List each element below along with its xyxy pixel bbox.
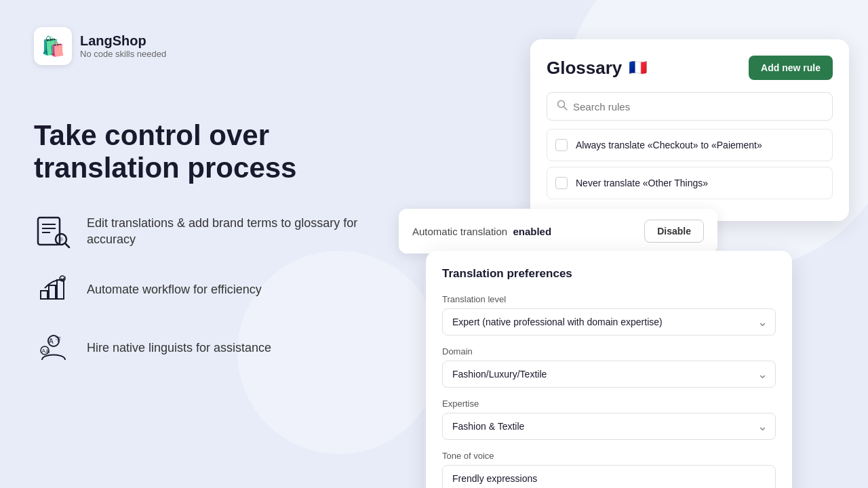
feature-item-glossary: Edit translations & add brand terms to g… bbox=[34, 212, 359, 251]
search-icon bbox=[557, 100, 568, 113]
expertise-select-wrapper[interactable]: Fashion & Textile Luxury Other ⌄ bbox=[442, 413, 776, 440]
auto-translation-label: Automatic translation bbox=[412, 226, 507, 237]
svg-text:字: 字 bbox=[56, 336, 61, 342]
left-panel: 🛍️ LangShop No code skills needed Take c… bbox=[0, 0, 393, 488]
pref-label-domain: Domain bbox=[442, 346, 776, 357]
auto-translation-enabled: enabled bbox=[513, 226, 551, 237]
hero-title: Take control over translation process bbox=[34, 119, 359, 185]
glossary-flag: 🇫🇷 bbox=[629, 59, 647, 77]
add-rule-button[interactable]: Add new rule bbox=[749, 56, 833, 80]
pref-label-level: Translation level bbox=[442, 294, 776, 304]
auto-translation-status: Automatic translation enabled bbox=[412, 226, 551, 237]
glossary-title-area: Glossary 🇫🇷 bbox=[547, 58, 647, 79]
rule-item-2: Never translate «Other Things» bbox=[547, 167, 833, 199]
logo-area: 🛍️ LangShop No code skills needed bbox=[34, 27, 359, 65]
app-title: LangShop bbox=[80, 33, 166, 49]
feature-list: Edit translations & add brand terms to g… bbox=[34, 212, 359, 368]
trans-pref-title: Translation preferences bbox=[442, 267, 776, 281]
glossary-card: Glossary 🇫🇷 Add new rule Always translat… bbox=[530, 39, 849, 221]
feature-text-automate: Automate workflow for efficiency bbox=[87, 282, 262, 298]
svg-text:Aあ: Aあ bbox=[42, 348, 50, 354]
translation-preferences-card: Translation preferences Translation leve… bbox=[426, 251, 792, 488]
search-box[interactable] bbox=[547, 92, 833, 121]
feature-item-hire: A 字 Aあ Hire native linguists for assista… bbox=[34, 329, 359, 368]
disable-button[interactable]: Disable bbox=[644, 220, 704, 243]
pref-field-tone: Tone of voice bbox=[442, 451, 776, 488]
app-subtitle: No code skills needed bbox=[80, 49, 166, 59]
logo-text: LangShop No code skills needed bbox=[80, 33, 166, 59]
domain-select[interactable]: Fashion/Luxury/Textile Technology Medica… bbox=[442, 361, 776, 388]
level-select-wrapper[interactable]: Expert (native professional with domain … bbox=[442, 308, 776, 336]
pref-field-expertise: Expertise Fashion & Textile Luxury Other… bbox=[442, 399, 776, 440]
svg-line-5 bbox=[65, 243, 69, 247]
pref-label-tone: Tone of voice bbox=[442, 451, 776, 461]
rule-text-2: Never translate «Other Things» bbox=[576, 178, 708, 188]
rule-item-1: Always translate «Checkout» to «Paiement… bbox=[547, 129, 833, 161]
pref-label-expertise: Expertise bbox=[442, 399, 776, 409]
tone-input[interactable] bbox=[442, 465, 776, 488]
automate-feature-icon bbox=[34, 270, 73, 310]
svg-line-14 bbox=[564, 107, 568, 110]
glossary-header: Glossary 🇫🇷 Add new rule bbox=[547, 56, 833, 80]
glossary-feature-icon bbox=[34, 212, 73, 251]
feature-text-glossary: Edit translations & add brand terms to g… bbox=[87, 216, 359, 247]
feature-item-automate: Automate workflow for efficiency bbox=[34, 270, 359, 310]
svg-point-6 bbox=[59, 237, 63, 241]
rule-checkbox-1[interactable] bbox=[555, 139, 568, 151]
glossary-title: Glossary bbox=[547, 58, 622, 79]
expertise-select[interactable]: Fashion & Textile Luxury Other bbox=[442, 413, 776, 440]
hire-feature-icon: A 字 Aあ bbox=[34, 329, 73, 368]
pref-field-domain: Domain Fashion/Luxury/Textile Technology… bbox=[442, 346, 776, 388]
logo-emoji: 🛍️ bbox=[41, 35, 65, 58]
domain-select-wrapper[interactable]: Fashion/Luxury/Textile Technology Medica… bbox=[442, 361, 776, 388]
rule-text-1: Always translate «Checkout» to «Paiement… bbox=[576, 140, 762, 150]
feature-text-hire: Hire native linguists for assistance bbox=[87, 340, 271, 356]
logo-icon: 🛍️ bbox=[34, 27, 72, 65]
svg-text:A: A bbox=[49, 338, 54, 345]
rule-checkbox-2[interactable] bbox=[555, 177, 568, 189]
search-input[interactable] bbox=[573, 101, 823, 113]
auto-translation-bar: Automatic translation enabled Disable bbox=[399, 209, 717, 253]
level-select[interactable]: Expert (native professional with domain … bbox=[442, 308, 776, 336]
pref-field-level: Translation level Expert (native profess… bbox=[442, 294, 776, 336]
